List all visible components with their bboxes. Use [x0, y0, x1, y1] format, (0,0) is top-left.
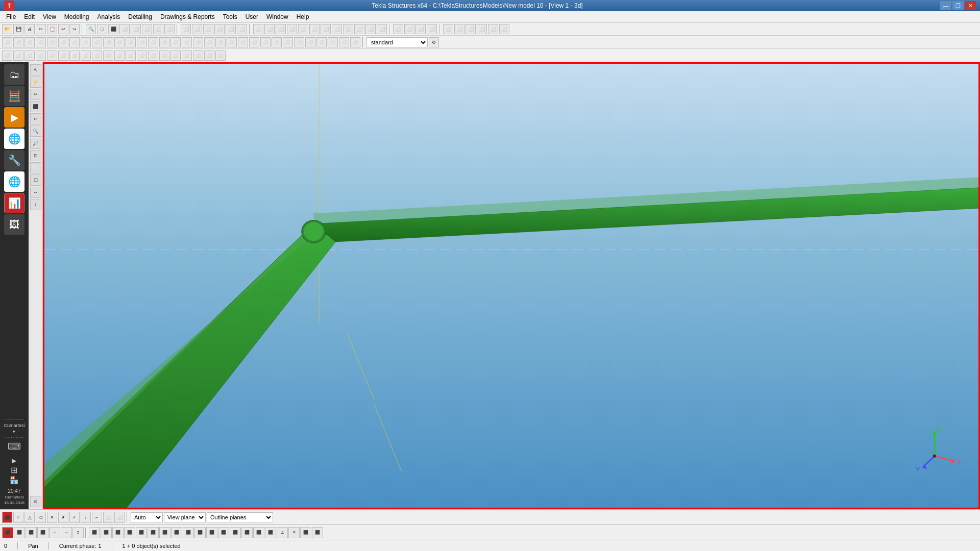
- comp-btn-3[interactable]: ⬛: [26, 527, 37, 538]
- toolbar2-btn-9[interactable]: ⬜: [103, 37, 113, 47]
- taskbar-expand[interactable]: ▾: [13, 429, 15, 434]
- os-icon-image[interactable]: 🖼: [4, 214, 24, 235]
- toolbar1-btn-8[interactable]: 🔍: [86, 24, 96, 34]
- snap-btn-cross[interactable]: ✕: [47, 512, 57, 523]
- comp-btn-16[interactable]: ⬛: [206, 527, 217, 538]
- toolbar1-btn-28[interactable]: ⬜: [298, 24, 308, 34]
- snap-btn-check[interactable]: ✓: [69, 512, 80, 523]
- toolbar3-btn-8[interactable]: ⬜: [92, 51, 102, 61]
- toolbar1-btn-2[interactable]: 🖨: [24, 24, 35, 34]
- tlbtn-5[interactable]: ↩: [30, 113, 41, 124]
- toolbar1-btn-11[interactable]: ⬜: [119, 24, 130, 34]
- comp-btn-8[interactable]: ⬛: [112, 527, 124, 538]
- tlbtn-9[interactable]: ⬜: [30, 162, 41, 173]
- comp-btn-17[interactable]: ⬛: [218, 527, 229, 538]
- toolbar1-btn-6[interactable]: ↪: [69, 24, 80, 34]
- toolbar1-btn-34[interactable]: ⬜: [365, 24, 376, 34]
- toolbar1-btn-17[interactable]: ⬜: [181, 24, 191, 34]
- toolbar1-btn-46[interactable]: ⬜: [488, 24, 498, 34]
- toolbar2-btn-19[interactable]: ⬜: [215, 37, 226, 47]
- filter-select[interactable]: standardfilter1filter2: [366, 37, 428, 47]
- toolbar1-btn-5[interactable]: ↩: [58, 24, 68, 34]
- toolbar3-btn-10[interactable]: ⬜: [114, 51, 125, 61]
- tlbtn-1[interactable]: ↖: [30, 64, 41, 76]
- menu-item-tools[interactable]: Tools: [219, 12, 241, 21]
- comp-btn-23[interactable]: ✕: [288, 527, 300, 538]
- toolbar2-btn-29[interactable]: ⬜: [328, 37, 338, 47]
- snap-btn-circle[interactable]: ○: [13, 512, 23, 523]
- menu-item-analysis[interactable]: Analysis: [93, 12, 125, 21]
- toolbar1-btn-13[interactable]: ⬜: [142, 24, 152, 34]
- toolbar3-btn-15[interactable]: ⬜: [170, 51, 181, 61]
- tlbtn-11[interactable]: ↔: [30, 187, 41, 198]
- toolbar1-btn-21[interactable]: ⬜: [226, 24, 236, 34]
- toolbar1-btn-30[interactable]: ⬜: [321, 24, 331, 34]
- toolbar2-btn-1[interactable]: ⬜: [13, 37, 23, 47]
- toolbar1-btn-0[interactable]: 📂: [2, 24, 12, 34]
- toolbar2-btn-25[interactable]: ⬜: [283, 37, 293, 47]
- snap-btn-down[interactable]: ↓: [81, 512, 91, 523]
- toolbar3-btn-9[interactable]: ⬜: [103, 51, 113, 61]
- toolbar2-btn-15[interactable]: ⬜: [170, 37, 181, 47]
- toolbar1-btn-38[interactable]: ⬜: [404, 24, 414, 34]
- tlbtn-12[interactable]: ↕: [30, 199, 41, 210]
- menu-item-modeling[interactable]: Modeling: [60, 12, 93, 21]
- toolbar3-btn-14[interactable]: ⬜: [159, 51, 169, 61]
- toolbar1-btn-1[interactable]: 💾: [13, 24, 23, 34]
- tlbtn-10[interactable]: ☐: [30, 174, 41, 186]
- menu-item-window[interactable]: Window: [262, 12, 292, 21]
- tlbtn-7[interactable]: 🔎: [30, 138, 41, 149]
- toolbar1-btn-39[interactable]: ⬜: [415, 24, 426, 34]
- close-button[interactable]: ✕: [965, 1, 976, 10]
- toolbar2-btn-31[interactable]: ⬜: [350, 37, 360, 47]
- toolbar1-btn-32[interactable]: ⬜: [343, 24, 353, 34]
- comp-btn-20[interactable]: ⬛: [253, 527, 264, 538]
- menu-item-detailing[interactable]: Detailing: [124, 12, 156, 21]
- os-icon-chrome[interactable]: 🌐: [4, 129, 24, 149]
- toolbar1-btn-4[interactable]: 📋: [47, 24, 57, 34]
- os-icon-vlc[interactable]: ▶: [4, 107, 24, 128]
- toolbar2-btn-10[interactable]: ⬜: [114, 37, 125, 47]
- comp-btn-1[interactable]: ⬛: [2, 527, 13, 538]
- view-plane-select[interactable]: View plane Work plane: [164, 512, 206, 522]
- toolbar1-btn-24[interactable]: ⬜: [253, 24, 263, 34]
- toolbar1-btn-19[interactable]: ⬜: [203, 24, 213, 34]
- toolbar3-btn-0[interactable]: ⬜: [2, 51, 12, 61]
- toolbar2-btn-0[interactable]: ⬜: [2, 37, 12, 47]
- comp-btn-15[interactable]: ⬛: [194, 527, 206, 538]
- toolbar1-btn-47[interactable]: ⬜: [499, 24, 509, 34]
- toolbar1-btn-31[interactable]: ⬜: [332, 24, 342, 34]
- toolbar1-btn-44[interactable]: ⬜: [465, 24, 476, 34]
- comp-btn-9[interactable]: ⬛: [124, 527, 135, 538]
- toolbar2-btn-5[interactable]: ⬜: [58, 37, 68, 47]
- toolbar2-btn-18[interactable]: ⬜: [204, 37, 214, 47]
- toolbar1-btn-15[interactable]: ⬜: [164, 24, 175, 34]
- toolbar1-btn-22[interactable]: ⬜: [237, 24, 247, 34]
- snap-btn-diamond[interactable]: ◇: [36, 512, 46, 523]
- toolbar2-btn-4[interactable]: ⬜: [47, 37, 57, 47]
- os-icon-tools[interactable]: 🔧: [4, 150, 24, 170]
- comp-btn-5[interactable]: 5: [72, 527, 84, 538]
- toolbar3-btn-2[interactable]: ⬜: [24, 51, 35, 61]
- toolbar2-btn-12[interactable]: ⬜: [137, 37, 147, 47]
- os-icon-explorer[interactable]: 🗂: [4, 64, 24, 85]
- restore-button[interactable]: ❐: [952, 1, 964, 10]
- toolbar1-btn-3[interactable]: ✂: [36, 24, 46, 34]
- toolbar2-btn-14[interactable]: ⬜: [159, 37, 169, 47]
- toolbar2-btn-16[interactable]: ⬜: [182, 37, 192, 47]
- toolbar3-btn-3[interactable]: ⬜: [36, 51, 46, 61]
- toolbar3-btn-17[interactable]: ⬜: [193, 51, 203, 61]
- toolbar1-btn-33[interactable]: ⬜: [354, 24, 364, 34]
- toolbar2-btn-22[interactable]: ⬜: [249, 37, 259, 47]
- comp-btn-2[interactable]: ⬛: [14, 527, 25, 538]
- os-icon-stl[interactable]: 📊: [4, 193, 24, 213]
- tlbtn-4[interactable]: ⬛: [30, 101, 41, 112]
- comp-btn-10[interactable]: ⬛: [136, 527, 147, 538]
- toolbar2-btn-3[interactable]: ⬜: [36, 37, 46, 47]
- store-icon[interactable]: 🏪: [10, 476, 18, 484]
- snap-btn-box1[interactable]: ⬜: [103, 512, 113, 523]
- comp-btn-22[interactable]: ∠: [277, 527, 288, 538]
- toolbar1-btn-12[interactable]: ⬜: [131, 24, 141, 34]
- toolbar2-btn-24[interactable]: ⬜: [272, 37, 282, 47]
- toolbar1-btn-9[interactable]: □: [97, 24, 107, 34]
